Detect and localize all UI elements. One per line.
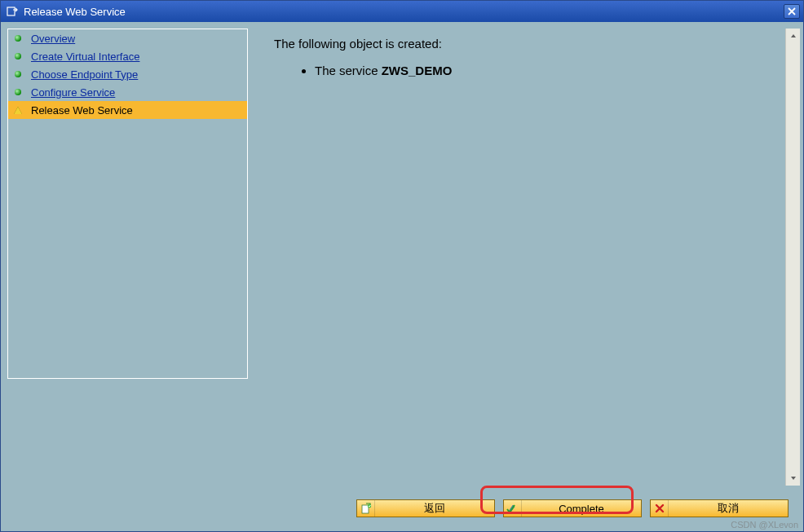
chevron-down-icon — [790, 476, 797, 481]
window-icon — [6, 5, 19, 18]
content-heading: The following object is created: — [274, 37, 780, 51]
chevron-up-icon — [790, 33, 797, 38]
step-configure-service[interactable]: Configure Service — [8, 83, 247, 101]
scroll-track[interactable] — [786, 43, 800, 471]
content-area: Overview Create Virtual Interface Choose… — [1, 22, 803, 531]
dialog-window: Release Web Service Overview Create Virt… — [0, 0, 804, 532]
content-panel: The following object is created: The ser… — [258, 29, 797, 486]
scroll-up-button[interactable] — [786, 29, 800, 43]
step-release-web-service[interactable]: Release Web Service — [8, 101, 247, 119]
step-overview[interactable]: Overview — [8, 29, 247, 47]
back-icon — [357, 500, 375, 517]
cancel-button[interactable]: 取消 — [650, 499, 789, 517]
wizard-steps: Overview Create Virtual Interface Choose… — [8, 29, 247, 119]
close-button[interactable] — [784, 4, 800, 19]
window-title: Release Web Service — [24, 6, 784, 18]
step-label: Configure Service — [31, 86, 115, 99]
status-done-icon — [13, 33, 23, 43]
wizard-sidebar: Overview Create Virtual Interface Choose… — [7, 29, 248, 379]
status-done-icon — [13, 51, 23, 61]
complete-icon — [504, 500, 522, 517]
close-icon — [788, 7, 796, 15]
step-label: Create Virtual Interface — [31, 51, 139, 63]
step-label: Overview — [31, 33, 75, 45]
main-row: Overview Create Virtual Interface Choose… — [7, 29, 797, 486]
step-create-virtual-interface[interactable]: Create Virtual Interface — [8, 47, 247, 65]
svg-rect-0 — [7, 7, 15, 15]
scroll-down-button[interactable] — [786, 471, 800, 486]
list-item: The service ZWS_DEMO — [315, 62, 780, 79]
vertical-scrollbar[interactable] — [785, 29, 800, 486]
titlebar: Release Web Service — [1, 1, 803, 22]
step-label: Release Web Service — [31, 104, 133, 117]
button-label: Complete — [522, 503, 641, 515]
step-label: Choose Endpoint Type — [31, 68, 138, 81]
complete-button[interactable]: Complete — [503, 499, 642, 517]
status-done-icon — [13, 87, 23, 97]
cancel-icon — [651, 500, 669, 517]
button-label: 取消 — [669, 501, 788, 516]
button-bar: 返回 Complete 取消 — [7, 492, 797, 525]
back-button[interactable]: 返回 — [356, 499, 495, 517]
item-prefix: The service — [315, 64, 382, 77]
service-name: ZWS_DEMO — [382, 64, 453, 77]
object-list: The service ZWS_DEMO — [274, 62, 780, 79]
step-choose-endpoint-type[interactable]: Choose Endpoint Type — [8, 65, 247, 83]
status-current-icon — [13, 105, 23, 115]
status-done-icon — [13, 69, 23, 79]
button-label: 返回 — [375, 501, 494, 516]
svg-rect-1 — [362, 505, 369, 513]
